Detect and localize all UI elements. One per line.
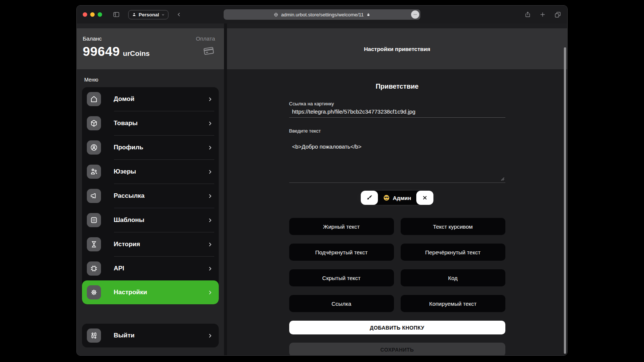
url-text: admin.urbot.store/settings/welcome/11: [281, 12, 364, 18]
sidebar-item-api[interactable]: API: [82, 257, 219, 280]
image-link-label: Ссылка на картинку: [289, 101, 505, 107]
sidebar-menu: Домой Товары Профиль: [82, 87, 219, 304]
megaphone-icon: [87, 189, 101, 203]
admin-chip: Админ: [361, 191, 434, 205]
chevron-right-icon: [207, 193, 213, 199]
scrollbar[interactable]: [564, 47, 566, 354]
sidebar: Баланс 99649 urCoins Оплата Меню: [77, 23, 224, 356]
credit-card-icon[interactable]: [196, 45, 215, 57]
payment-label: Оплата: [196, 35, 215, 42]
sidebar-item-home[interactable]: Домой: [82, 87, 219, 111]
balance-label: Баланс: [83, 35, 150, 42]
sidebar-item-logout[interactable]: Выйти: [82, 324, 219, 347]
save-button[interactable]: СОХРАНИТЬ: [289, 343, 505, 356]
balance-value: 99649: [83, 44, 120, 59]
sidebar-content-divider: [224, 23, 227, 356]
section-title: Приветствие: [289, 83, 505, 90]
text-label: Введите текст: [289, 128, 505, 134]
profile-menu-button[interactable]: Personal: [128, 10, 168, 19]
resize-handle-icon[interactable]: [501, 177, 505, 181]
chevron-down-icon: [161, 13, 165, 16]
italic-text-button[interactable]: Текст курсивом: [401, 218, 505, 235]
box-icon: [87, 116, 101, 130]
sidebar-item-profile[interactable]: Профиль: [82, 136, 219, 159]
sidebar-toggle-icon[interactable]: [113, 11, 120, 18]
sidebar-item-templates[interactable]: Шаблоны: [82, 208, 219, 232]
templates-grid-icon: [87, 213, 101, 227]
content-header: Настройки приветствия: [227, 28, 567, 69]
browser-titlebar: Personal admin.urbot.store/settings/welc…: [77, 6, 567, 23]
url-field[interactable]: admin.urbot.store/settings/welcome/11: [224, 9, 420, 20]
zoom-window-button[interactable]: [98, 12, 102, 17]
page-settings-button[interactable]: [411, 10, 419, 19]
remove-chip-button[interactable]: [416, 191, 433, 205]
paintbrush-icon: [366, 194, 373, 201]
minimize-window-button[interactable]: [90, 12, 95, 17]
browser-window: Personal admin.urbot.store/settings/welc…: [76, 5, 568, 356]
tab-overview-icon[interactable]: [554, 11, 561, 18]
menu-section-label: Меню: [84, 77, 217, 83]
hourglass-icon: [87, 237, 101, 251]
sidebar-item-history[interactable]: История: [82, 232, 219, 256]
add-button-button[interactable]: ДОБАВИТЬ КНОПКУ: [289, 321, 505, 334]
strikethrough-text-button[interactable]: Перечёркнутый текст: [401, 244, 505, 261]
sidebar-item-settings[interactable]: Настройки: [82, 280, 219, 304]
sidebar-item-products[interactable]: Товары: [82, 111, 219, 135]
chevron-right-icon: [207, 145, 213, 150]
chevron-right-icon: [207, 290, 213, 295]
code-button[interactable]: Код: [401, 269, 505, 286]
main-content: Настройки приветствия Приветствие Ссылка…: [227, 23, 567, 356]
spoiler-text-button[interactable]: Скрытый текст: [289, 269, 394, 286]
admin-chip-label: Админ: [393, 195, 411, 201]
balance-currency: urCoins: [123, 50, 150, 58]
sidebar-item-users[interactable]: Юзеры: [82, 160, 219, 184]
sidebar-item-broadcast[interactable]: Рассылка: [82, 184, 219, 208]
welcome-text-textarea[interactable]: <b>Добро пожаловать</b>: [289, 141, 505, 183]
profile-label: Personal: [139, 12, 159, 18]
gear-icon: [87, 285, 101, 299]
chip-icon: [87, 261, 101, 276]
balance-header: Баланс 99649 urCoins Оплата: [77, 28, 224, 69]
toolbar-right-icons: [524, 11, 561, 18]
chevron-right-icon: [207, 169, 213, 175]
home-icon: [87, 92, 101, 106]
chevron-right-icon: [207, 242, 213, 247]
underline-text-button[interactable]: Подчёркнутый текст: [289, 244, 394, 261]
copyable-text-button[interactable]: Копируемый текст: [401, 295, 505, 312]
chevron-right-icon: [207, 217, 213, 223]
edit-chip-button[interactable]: [361, 191, 378, 205]
chevron-right-icon: [207, 121, 213, 126]
link-button[interactable]: Ссылка: [289, 295, 394, 312]
users-icon: [87, 165, 101, 179]
lock-icon: [366, 12, 370, 17]
new-tab-icon[interactable]: [539, 11, 546, 18]
chevron-right-icon: [207, 96, 213, 102]
share-icon[interactable]: [524, 11, 531, 18]
back-button[interactable]: [177, 11, 181, 18]
image-link-input[interactable]: [289, 107, 505, 118]
close-window-button[interactable]: [83, 12, 87, 17]
chevron-right-icon: [207, 266, 213, 272]
footprints-icon: [87, 328, 101, 343]
sunglasses-emoji-icon: [383, 194, 390, 201]
profile-icon: [87, 140, 101, 155]
admin-chip-row: Админ: [289, 190, 505, 206]
bold-text-button[interactable]: Жирный текст: [289, 218, 394, 235]
format-buttons-grid: Жирный текст Текст курсивом Подчёркнутый…: [289, 218, 505, 312]
chevron-right-icon: [207, 333, 213, 339]
traffic-lights: [83, 12, 102, 17]
content-header-title: Настройки приветствия: [364, 46, 430, 52]
person-icon: [132, 12, 136, 17]
close-icon: [422, 195, 428, 201]
sidebar-exit-section: Выйти: [82, 324, 219, 347]
admin-chip-body[interactable]: Админ: [375, 191, 420, 205]
globe-icon: [274, 12, 278, 17]
